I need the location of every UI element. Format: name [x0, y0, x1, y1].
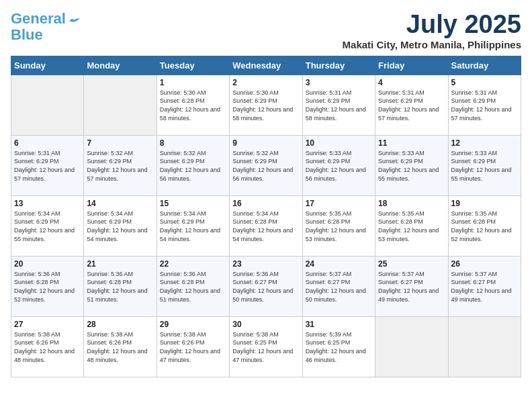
day-number: 5	[451, 78, 518, 87]
week-row-4: 20Sunrise: 5:36 AMSunset: 6:28 PMDayligh…	[11, 256, 521, 316]
calendar-cell: 16Sunrise: 5:34 AMSunset: 6:28 PMDayligh…	[230, 195, 302, 256]
day-info: Sunrise: 5:34 AMSunset: 6:29 PMDaylight:…	[87, 210, 153, 243]
day-number: 23	[232, 259, 299, 269]
day-number: 10	[306, 138, 372, 148]
week-row-3: 13Sunrise: 5:34 AMSunset: 6:29 PMDayligh…	[11, 195, 521, 256]
day-info: Sunrise: 5:36 AMSunset: 6:28 PMDaylight:…	[160, 270, 226, 304]
calendar-cell: 1Sunrise: 5:30 AMSunset: 6:28 PMDaylight…	[157, 75, 229, 135]
calendar-cell: 6Sunrise: 5:31 AMSunset: 6:29 PMDaylight…	[11, 135, 84, 195]
day-info: Sunrise: 5:34 AMSunset: 6:28 PMDaylight:…	[232, 210, 299, 243]
logo: General Blue	[11, 11, 81, 43]
day-number: 14	[87, 199, 153, 208]
calendar-cell: 13Sunrise: 5:34 AMSunset: 6:29 PMDayligh…	[11, 195, 84, 256]
calendar-cell: 14Sunrise: 5:34 AMSunset: 6:29 PMDayligh…	[84, 195, 157, 256]
day-number: 12	[451, 138, 518, 148]
day-info: Sunrise: 5:34 AMSunset: 6:29 PMDaylight:…	[160, 210, 226, 243]
day-number: 6	[14, 138, 81, 148]
calendar-cell: 4Sunrise: 5:31 AMSunset: 6:29 PMDaylight…	[375, 75, 448, 135]
calendar-cell: 19Sunrise: 5:35 AMSunset: 6:28 PMDayligh…	[448, 195, 521, 256]
day-info: Sunrise: 5:32 AMSunset: 6:29 PMDaylight:…	[232, 149, 299, 183]
calendar-cell: 8Sunrise: 5:32 AMSunset: 6:29 PMDaylight…	[157, 135, 229, 195]
day-info: Sunrise: 5:33 AMSunset: 6:29 PMDaylight:…	[378, 149, 445, 183]
header-cell-saturday: Saturday	[448, 56, 521, 75]
month-year-title: July 2025	[343, 11, 521, 39]
week-row-1: 1Sunrise: 5:30 AMSunset: 6:28 PMDaylight…	[11, 75, 521, 135]
calendar-body: 1Sunrise: 5:30 AMSunset: 6:28 PMDaylight…	[11, 75, 521, 377]
calendar-cell: 30Sunrise: 5:38 AMSunset: 6:25 PMDayligh…	[230, 316, 302, 377]
week-row-5: 27Sunrise: 5:38 AMSunset: 6:26 PMDayligh…	[11, 316, 521, 377]
day-info: Sunrise: 5:39 AMSunset: 6:25 PMDaylight:…	[306, 330, 372, 364]
logo-text: General Blue	[11, 11, 66, 43]
day-info: Sunrise: 5:35 AMSunset: 6:28 PMDaylight:…	[378, 210, 445, 243]
day-info: Sunrise: 5:31 AMSunset: 6:29 PMDaylight:…	[14, 149, 81, 183]
header-cell-tuesday: Tuesday	[157, 56, 229, 75]
week-row-2: 6Sunrise: 5:31 AMSunset: 6:29 PMDaylight…	[11, 135, 521, 195]
day-info: Sunrise: 5:38 AMSunset: 6:26 PMDaylight:…	[160, 330, 226, 364]
day-info: Sunrise: 5:38 AMSunset: 6:26 PMDaylight:…	[14, 330, 81, 364]
day-number: 29	[160, 320, 226, 329]
day-number: 21	[87, 259, 153, 269]
calendar-cell: 18Sunrise: 5:35 AMSunset: 6:28 PMDayligh…	[375, 195, 448, 256]
location-subtitle: Makati City, Metro Manila, Philippines	[343, 39, 521, 50]
calendar-cell: 31Sunrise: 5:39 AMSunset: 6:25 PMDayligh…	[302, 316, 375, 377]
day-number: 28	[87, 320, 153, 329]
day-info: Sunrise: 5:32 AMSunset: 6:29 PMDaylight:…	[160, 149, 226, 183]
day-number: 16	[232, 199, 299, 208]
calendar-header: SundayMondayTuesdayWednesdayThursdayFrid…	[11, 56, 521, 75]
day-number: 19	[451, 199, 518, 208]
day-number: 22	[160, 259, 226, 269]
day-info: Sunrise: 5:34 AMSunset: 6:29 PMDaylight:…	[14, 210, 81, 243]
calendar-cell: 12Sunrise: 5:33 AMSunset: 6:29 PMDayligh…	[448, 135, 521, 195]
day-number: 15	[160, 199, 226, 208]
calendar-cell: 21Sunrise: 5:36 AMSunset: 6:28 PMDayligh…	[84, 256, 157, 316]
calendar-cell	[375, 316, 448, 377]
day-info: Sunrise: 5:36 AMSunset: 6:27 PMDaylight:…	[232, 270, 299, 304]
day-info: Sunrise: 5:35 AMSunset: 6:28 PMDaylight:…	[306, 210, 372, 243]
calendar-cell: 26Sunrise: 5:37 AMSunset: 6:27 PMDayligh…	[448, 256, 521, 316]
day-number: 2	[232, 78, 299, 87]
day-number: 25	[378, 259, 445, 269]
day-number: 27	[14, 320, 81, 329]
calendar-cell: 27Sunrise: 5:38 AMSunset: 6:26 PMDayligh…	[11, 316, 84, 377]
day-number: 17	[306, 199, 372, 208]
day-info: Sunrise: 5:32 AMSunset: 6:29 PMDaylight:…	[87, 149, 153, 183]
day-info: Sunrise: 5:37 AMSunset: 6:27 PMDaylight:…	[451, 270, 518, 304]
day-number: 24	[306, 259, 372, 269]
header-cell-monday: Monday	[84, 56, 157, 75]
calendar-cell: 24Sunrise: 5:37 AMSunset: 6:27 PMDayligh…	[302, 256, 375, 316]
day-number: 7	[87, 138, 153, 148]
logo-bird-icon	[69, 16, 81, 26]
calendar-table: SundayMondayTuesdayWednesdayThursdayFrid…	[11, 56, 521, 377]
day-number: 30	[232, 320, 299, 329]
header-row: SundayMondayTuesdayWednesdayThursdayFrid…	[11, 56, 521, 75]
day-info: Sunrise: 5:35 AMSunset: 6:28 PMDaylight:…	[451, 210, 518, 243]
day-info: Sunrise: 5:31 AMSunset: 6:29 PMDaylight:…	[451, 89, 518, 122]
day-info: Sunrise: 5:38 AMSunset: 6:26 PMDaylight:…	[87, 330, 153, 364]
calendar-cell: 17Sunrise: 5:35 AMSunset: 6:28 PMDayligh…	[302, 195, 375, 256]
day-number: 13	[14, 199, 81, 208]
day-info: Sunrise: 5:30 AMSunset: 6:28 PMDaylight:…	[160, 89, 226, 122]
day-info: Sunrise: 5:36 AMSunset: 6:28 PMDaylight:…	[87, 270, 153, 304]
day-info: Sunrise: 5:30 AMSunset: 6:29 PMDaylight:…	[232, 89, 299, 122]
calendar-cell: 3Sunrise: 5:31 AMSunset: 6:29 PMDaylight…	[302, 75, 375, 135]
day-info: Sunrise: 5:31 AMSunset: 6:29 PMDaylight:…	[306, 89, 372, 122]
header-cell-sunday: Sunday	[11, 56, 84, 75]
header-cell-wednesday: Wednesday	[230, 56, 302, 75]
calendar-cell: 2Sunrise: 5:30 AMSunset: 6:29 PMDaylight…	[230, 75, 302, 135]
day-number: 31	[306, 320, 372, 329]
day-info: Sunrise: 5:33 AMSunset: 6:29 PMDaylight:…	[451, 149, 518, 183]
day-info: Sunrise: 5:38 AMSunset: 6:25 PMDaylight:…	[232, 330, 299, 364]
day-number: 18	[378, 199, 445, 208]
calendar-cell: 15Sunrise: 5:34 AMSunset: 6:29 PMDayligh…	[157, 195, 229, 256]
calendar-cell: 22Sunrise: 5:36 AMSunset: 6:28 PMDayligh…	[157, 256, 229, 316]
header-cell-thursday: Thursday	[302, 56, 375, 75]
day-number: 8	[160, 138, 226, 148]
header-cell-friday: Friday	[375, 56, 448, 75]
day-number: 4	[378, 78, 445, 87]
calendar-cell: 7Sunrise: 5:32 AMSunset: 6:29 PMDaylight…	[84, 135, 157, 195]
day-number: 1	[160, 78, 226, 87]
calendar-cell: 10Sunrise: 5:33 AMSunset: 6:29 PMDayligh…	[302, 135, 375, 195]
calendar-cell	[84, 75, 157, 135]
calendar-cell: 20Sunrise: 5:36 AMSunset: 6:28 PMDayligh…	[11, 256, 84, 316]
day-info: Sunrise: 5:37 AMSunset: 6:27 PMDaylight:…	[378, 270, 445, 304]
